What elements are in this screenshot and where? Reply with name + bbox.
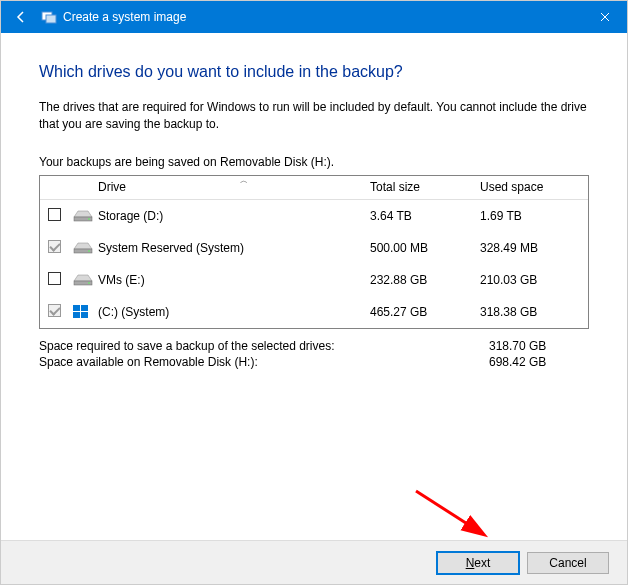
drive-used-space: 210.03 GB [480,273,580,287]
svg-point-7 [88,282,90,284]
drive-name: System Reserved (System) [98,241,370,255]
column-used-space[interactable]: Used space [480,180,580,194]
back-button[interactable] [11,7,31,27]
drive-icon [72,303,98,321]
drive-checkbox [48,304,61,317]
drive-name: (C:) (System) [98,305,370,319]
annotation-arrow [411,486,501,546]
svg-line-13 [416,491,483,534]
table-row[interactable]: Storage (D:)3.64 TB1.69 TB [40,200,588,232]
svg-point-3 [88,218,90,220]
table-row[interactable]: VMs (E:)232.88 GB210.03 GB [40,264,588,296]
svg-rect-10 [73,312,80,318]
space-available-label: Space available on Removable Disk (H:): [39,355,489,369]
drive-checkbox [48,240,61,253]
space-required-value: 318.70 GB [489,339,589,353]
backup-location-label: Your backups are being saved on Removabl… [39,155,589,169]
drive-checkbox[interactable] [48,272,61,285]
svg-rect-8 [73,305,80,311]
drive-name: VMs (E:) [98,273,370,287]
column-total-size[interactable]: Total size [370,180,480,194]
svg-rect-9 [81,305,88,311]
page-heading: Which drives do you want to include in t… [39,63,589,81]
drive-used-space: 318.38 GB [480,305,580,319]
drive-checkbox[interactable] [48,208,61,221]
dialog-footer: Next Cancel [1,540,627,584]
svg-point-5 [88,250,90,252]
drive-total-size: 232.88 GB [370,273,480,287]
drive-icon [72,273,98,287]
drives-table: Drive ︿ Total size Used space Storage (D… [39,175,589,329]
svg-rect-11 [81,312,88,318]
dialog-content: Which drives do you want to include in t… [1,33,627,369]
window-title: Create a system image [63,10,186,24]
column-drive[interactable]: Drive [98,180,370,194]
next-button[interactable]: Next [437,552,519,574]
drive-name: Storage (D:) [98,209,370,223]
svg-rect-1 [46,15,56,23]
drive-used-space: 1.69 TB [480,209,580,223]
drive-total-size: 3.64 TB [370,209,480,223]
drive-icon [72,241,98,255]
drive-total-size: 465.27 GB [370,305,480,319]
description-text: The drives that are required for Windows… [39,99,589,133]
titlebar: Create a system image [1,1,627,33]
space-available-value: 698.42 GB [489,355,589,369]
sort-indicator-icon: ︿ [240,175,248,186]
cancel-button[interactable]: Cancel [527,552,609,574]
summary-section: Space required to save a backup of the s… [39,339,589,369]
table-row[interactable]: System Reserved (System)500.00 MB328.49 … [40,232,588,264]
drive-used-space: 328.49 MB [480,241,580,255]
drive-total-size: 500.00 MB [370,241,480,255]
space-required-label: Space required to save a backup of the s… [39,339,489,353]
close-button[interactable] [582,1,627,33]
table-header[interactable]: Drive ︿ Total size Used space [40,176,588,200]
drive-icon [72,209,98,223]
table-row[interactable]: (C:) (System)465.27 GB318.38 GB [40,296,588,328]
system-image-icon [41,9,57,25]
